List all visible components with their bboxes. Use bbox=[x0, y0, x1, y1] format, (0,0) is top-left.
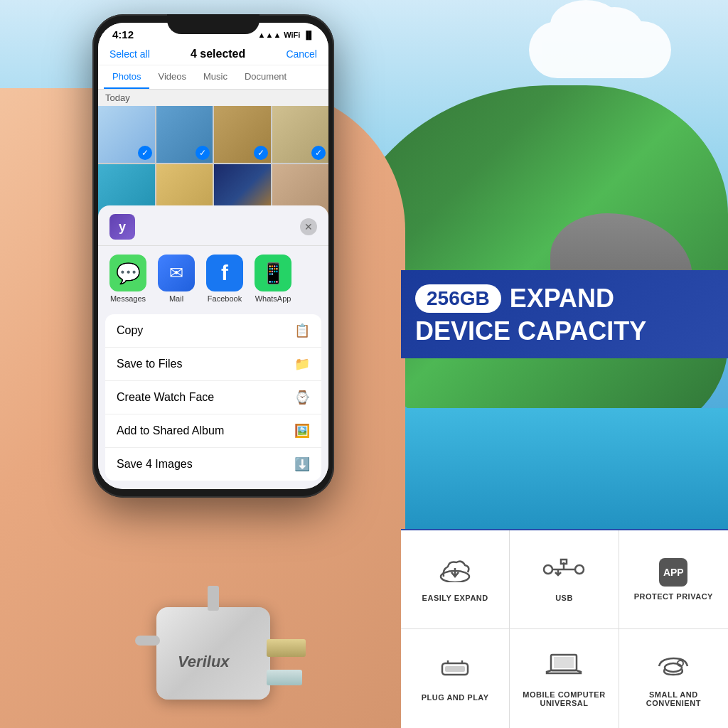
save-files-label: Save to Files bbox=[117, 358, 182, 370]
feature-mobile-computer: MOBILE COMPUTER UNIVERSAL bbox=[510, 629, 619, 728]
capacity-line1: 256GB EXPAND bbox=[415, 284, 707, 313]
action-save-images[interactable]: Save 4 Images ⬇️ bbox=[105, 448, 321, 481]
share-app-messages[interactable]: 💬 Messages bbox=[109, 255, 146, 303]
protect-privacy-label: PROTECT PRIVACY bbox=[634, 592, 713, 601]
usb-label: USB bbox=[555, 594, 573, 602]
share-app-facebook[interactable]: f Facebook bbox=[206, 255, 243, 303]
capacity-line2: DEVICE CAPACITY bbox=[415, 318, 707, 344]
select-all-button[interactable]: Select all bbox=[109, 48, 150, 60]
photo-cell-3[interactable]: ✓ bbox=[214, 106, 271, 163]
shared-album-label: Add to Shared Album bbox=[117, 424, 224, 437]
feature-small-convenient: SMALL AND CONVENIENT bbox=[619, 629, 728, 728]
wifi-icon: WiFi bbox=[284, 31, 300, 39]
photo-cell-1[interactable]: ✓ bbox=[98, 106, 155, 163]
photo-cell-2[interactable]: ✓ bbox=[156, 106, 213, 163]
today-label: Today bbox=[98, 90, 328, 106]
phone-notch bbox=[167, 14, 259, 34]
tab-music[interactable]: Music bbox=[195, 65, 236, 89]
whatsapp-label: WhatsApp bbox=[255, 294, 291, 303]
photo-check-1: ✓ bbox=[138, 146, 152, 160]
action-copy[interactable]: Copy 📋 bbox=[105, 314, 321, 348]
copy-label: Copy bbox=[117, 324, 143, 337]
share-apps-row: 💬 Messages ✉ Mail f Facebook 📱 WhatsApp bbox=[98, 246, 328, 311]
svg-rect-11 bbox=[445, 666, 465, 672]
phone-body: 4:12 ▲▲▲ WiFi ▐▌ Select all 4 selected C… bbox=[92, 14, 334, 498]
share-app-icon: y bbox=[109, 214, 135, 240]
mail-label: Mail bbox=[169, 294, 183, 303]
tab-videos[interactable]: Videos bbox=[149, 65, 195, 89]
save-files-icon: 📁 bbox=[294, 356, 310, 372]
cancel-button[interactable]: Cancel bbox=[286, 48, 317, 60]
svg-rect-6 bbox=[561, 560, 567, 564]
action-create-watch-face[interactable]: Create Watch Face ⌚ bbox=[105, 381, 321, 414]
share-actions-list: Copy 📋 Save to Files 📁 Create Watch Face… bbox=[105, 314, 321, 481]
media-tabs: Photos Videos Music Document bbox=[98, 65, 328, 90]
share-sheet-header: y ✕ bbox=[98, 205, 328, 246]
save-images-label: Save 4 Images bbox=[117, 458, 193, 471]
photo-app-header: Select all 4 selected Cancel bbox=[98, 43, 328, 65]
feature-easily-expand: EASILY EXPAND bbox=[401, 530, 510, 629]
capacity-banner: 256GB EXPAND DEVICE CAPACITY bbox=[401, 270, 728, 358]
tab-photos[interactable]: Photos bbox=[104, 65, 149, 89]
feature-protect-privacy: APP PROTECT PRIVACY bbox=[619, 530, 728, 629]
facebook-label: Facebook bbox=[208, 294, 242, 303]
status-time: 4:12 bbox=[112, 28, 134, 41]
watch-face-icon: ⌚ bbox=[294, 390, 310, 405]
brand-name: Verilux bbox=[178, 653, 230, 671]
action-save-files[interactable]: Save to Files 📁 bbox=[105, 348, 321, 381]
selected-count: 4 selected bbox=[191, 48, 245, 60]
watch-face-label: Create Watch Face bbox=[117, 391, 214, 404]
laptop-icon bbox=[545, 651, 582, 685]
photo-cell-4[interactable]: ✓ bbox=[272, 106, 329, 163]
plug-play-label: PLUG AND PLAY bbox=[422, 693, 489, 702]
copy-icon: 📋 bbox=[294, 323, 310, 338]
plug-icon bbox=[438, 656, 472, 687]
feature-plug-play: PLUG AND PLAY bbox=[401, 629, 510, 728]
svg-point-4 bbox=[575, 565, 584, 574]
share-close-button[interactable]: ✕ bbox=[300, 218, 317, 235]
svg-point-2 bbox=[544, 565, 552, 574]
facebook-icon: f bbox=[206, 255, 243, 291]
share-sheet: y ✕ 💬 Messages ✉ Mail f Facebook bbox=[98, 205, 328, 489]
usb-drive: Verilux bbox=[142, 557, 299, 700]
share-app-whatsapp[interactable]: 📱 WhatsApp bbox=[255, 255, 291, 303]
expand-text: EXPAND bbox=[510, 286, 614, 311]
small-convenient-label: SMALL AND CONVENIENT bbox=[625, 690, 722, 707]
svg-point-14 bbox=[665, 663, 682, 672]
photo-check-2: ✓ bbox=[196, 146, 210, 160]
shared-album-icon: 🖼️ bbox=[294, 423, 310, 439]
app-icon-letter: y bbox=[119, 220, 126, 235]
action-shared-album[interactable]: Add to Shared Album 🖼️ bbox=[105, 414, 321, 448]
easily-expand-label: EASILY EXPAND bbox=[422, 594, 488, 602]
feature-usb: USB bbox=[510, 530, 619, 629]
photo-check-3: ✓ bbox=[254, 146, 268, 160]
app-icon: APP bbox=[659, 558, 687, 587]
tab-document[interactable]: Document bbox=[236, 65, 295, 89]
messages-icon: 💬 bbox=[109, 255, 146, 291]
whatsapp-icon: 📱 bbox=[255, 255, 291, 291]
save-images-icon: ⬇️ bbox=[294, 456, 310, 472]
mobile-computer-label: MOBILE COMPUTER UNIVERSAL bbox=[515, 690, 612, 707]
product-info-panel: 256GB EXPAND DEVICE CAPACITY EASILY EXPA… bbox=[401, 0, 728, 728]
usb-body: Verilux bbox=[156, 607, 270, 700]
photo-check-4: ✓ bbox=[311, 146, 326, 160]
phone-mockup: 4:12 ▲▲▲ WiFi ▐▌ Select all 4 selected C… bbox=[92, 14, 334, 498]
battery-icon: ▐▌ bbox=[303, 31, 314, 39]
cloud-icon bbox=[438, 557, 472, 588]
share-app-mail[interactable]: ✉ Mail bbox=[158, 255, 195, 303]
messages-label: Messages bbox=[110, 294, 146, 303]
usb-icon bbox=[542, 557, 585, 588]
phone-screen: 4:12 ▲▲▲ WiFi ▐▌ Select all 4 selected C… bbox=[98, 23, 328, 489]
signal-icon: ▲▲▲ bbox=[258, 31, 282, 39]
features-grid: EASILY EXPAND USB APP PROTECT PRIVACY bbox=[401, 529, 728, 728]
svg-rect-13 bbox=[554, 657, 574, 668]
hand-icon bbox=[655, 651, 692, 685]
status-icons: ▲▲▲ WiFi ▐▌ bbox=[258, 31, 314, 39]
capacity-badge: 256GB bbox=[415, 284, 501, 313]
mail-icon: ✉ bbox=[158, 255, 195, 291]
